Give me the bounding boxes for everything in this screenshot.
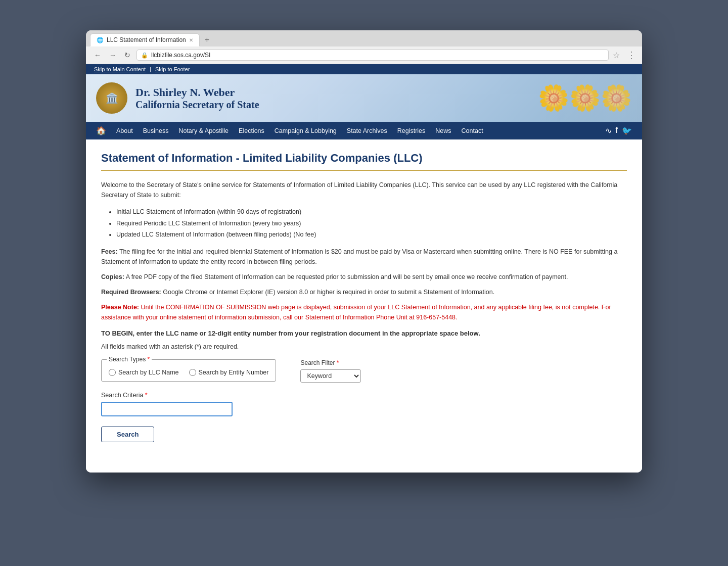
search-filter-group: Search Filter * Keyword Exact Match Star… (300, 359, 361, 383)
skip-links-bar: Skip to Main Content | Skip to Footer (86, 64, 642, 74)
bullet-list: Initial LLC Statement of Information (wi… (116, 206, 627, 241)
intro-text: Welcome to the Secretary of State's onli… (101, 180, 627, 200)
secretary-name: Dr. Shirley N. Weber (135, 86, 259, 99)
tab-close-button[interactable]: ✕ (189, 37, 193, 43)
search-types-label: Search Types (109, 356, 146, 363)
nav-item-campaign[interactable]: Campaign & Lobbying (269, 122, 342, 139)
bullet-item-3: Updated LLC Statement of Information (be… (116, 229, 627, 241)
search-types-fieldset: Search Types * Search by LLC Name Search… (101, 359, 276, 382)
radio-input-llc-name[interactable] (109, 369, 116, 376)
copies-label: Copies: (101, 273, 124, 280)
skip-to-main-link[interactable]: Skip to Main Content (94, 66, 146, 72)
header-text: Dr. Shirley N. Weber California Secretar… (135, 86, 259, 111)
nav-item-business[interactable]: Business (138, 122, 174, 139)
note-text: Until the CONFIRMATION OF SUBMISSION web… (101, 304, 611, 321)
copies-text: A free PDF copy of the filed Statement o… (126, 273, 568, 280)
search-button[interactable]: Search (101, 427, 154, 442)
nav-item-archives[interactable]: State Archives (342, 122, 392, 139)
radio-entity-number[interactable]: Search by Entity Number (189, 369, 269, 376)
form-row-1: Search Types * Search by LLC Name Search… (101, 359, 627, 383)
menu-icon[interactable]: ⋮ (627, 50, 636, 61)
facebook-icon[interactable]: f (616, 126, 618, 135)
search-filter-label: Search Filter * (300, 359, 361, 366)
required-note: All fields marked with an asterisk (*) a… (101, 343, 627, 350)
search-criteria-input[interactable] (101, 402, 233, 416)
radio-input-entity-number[interactable] (189, 369, 196, 376)
social-links: ∿ f 🐦 (600, 126, 637, 135)
secretary-title: California Secretary of State (135, 99, 259, 111)
back-button[interactable]: ← (92, 50, 103, 60)
note-label: Please Note: (101, 304, 139, 311)
bullet-item-2: Required Periodic LLC Statement of Infor… (116, 218, 627, 229)
tab-bar: 🌐 LLC Statement of Information ✕ + (86, 30, 642, 46)
tab-title: LLC Statement of Information (107, 36, 186, 43)
browser-window: 🌐 LLC Statement of Information ✕ + ← → ↻… (86, 30, 642, 473)
radio-llc-name-label: Search by LLC Name (118, 369, 179, 376)
search-criteria-label-text: Search Criteria (101, 392, 143, 399)
active-tab[interactable]: 🌐 LLC Statement of Information ✕ (90, 33, 200, 46)
browsers-label: Required Browsers: (101, 289, 161, 296)
site-wrapper: Skip to Main Content | Skip to Footer 🏛️… (86, 64, 642, 473)
search-types-required-star: * (148, 356, 150, 363)
bullet-item-1: Initial LLC Statement of Information (wi… (116, 206, 627, 218)
address-bar[interactable]: 🔒 llcbizfile.sos.ca.gov/SI (136, 50, 609, 61)
search-filter-label-text: Search Filter (300, 359, 335, 366)
nav-item-contact[interactable]: Contact (457, 122, 488, 139)
please-note-para: Please Note: Until the CONFIRMATION OF S… (101, 302, 627, 322)
search-criteria-label: Search Criteria * (101, 392, 627, 399)
poppy-icon: 🌼🌼🌼 (538, 83, 632, 113)
browsers-para: Required Browsers: Google Chrome or Inte… (101, 287, 627, 297)
skip-bar-divider: | (150, 66, 151, 72)
search-filter-required-star: * (337, 359, 339, 366)
search-form: Search Types * Search by LLC Name Search… (101, 359, 627, 442)
form-row-2: Search Criteria * (101, 392, 627, 416)
new-tab-button[interactable]: + (202, 35, 212, 44)
search-filter-select[interactable]: Keyword Exact Match Starts With (300, 369, 361, 383)
reload-button[interactable]: ↻ (122, 50, 132, 60)
lock-icon: 🔒 (141, 52, 148, 59)
nav-item-about[interactable]: About (111, 122, 138, 139)
nav-item-registries[interactable]: Registries (392, 122, 431, 139)
search-criteria-required-star: * (145, 392, 148, 399)
page-title: Statement of Information - Limited Liabi… (101, 152, 627, 165)
nav-item-notary[interactable]: Notary & Apostille (173, 122, 234, 139)
browsers-text: Google Chrome or Internet Explorer (IE) … (163, 289, 494, 296)
main-navigation: 🏠 About Business Notary & Apostille Elec… (86, 122, 642, 139)
title-divider (101, 170, 627, 171)
radio-group: Search by LLC Name Search by Entity Numb… (109, 369, 268, 376)
copies-para: Copies: A free PDF copy of the filed Sta… (101, 272, 627, 282)
nav-home-icon[interactable]: 🏠 (91, 122, 111, 139)
fees-label: Fees: (101, 248, 118, 255)
radio-llc-name[interactable]: Search by LLC Name (109, 369, 179, 376)
radio-entity-number-label: Search by Entity Number (199, 369, 269, 376)
state-seal: 🏛️ (96, 82, 127, 114)
fees-para: Fees: The filing fee for the initial and… (101, 247, 627, 267)
begin-instruction: TO BEGIN, enter the LLC name or 12-digit… (101, 329, 627, 337)
fees-text: The filing fee for the initial and requi… (101, 248, 617, 265)
search-types-legend: Search Types * (107, 356, 152, 363)
poppies-decoration: 🌼🌼🌼 (538, 74, 632, 122)
address-bar-row: ← → ↻ 🔒 llcbizfile.sos.ca.gov/SI ☆ ⋮ (86, 46, 642, 64)
url-text: llcbizfile.sos.ca.gov/SI (151, 52, 210, 59)
nav-item-elections[interactable]: Elections (234, 122, 269, 139)
skip-to-footer-link[interactable]: Skip to Footer (155, 66, 190, 72)
twitter-icon[interactable]: 🐦 (622, 126, 632, 135)
rss-icon[interactable]: ∿ (605, 126, 612, 135)
bookmark-icon[interactable]: ☆ (613, 51, 620, 60)
site-header: 🏛️ Dr. Shirley N. Weber California Secre… (86, 74, 642, 122)
forward-button[interactable]: → (107, 50, 118, 60)
main-content: Statement of Information - Limited Liabi… (86, 139, 642, 473)
nav-item-news[interactable]: News (430, 122, 456, 139)
